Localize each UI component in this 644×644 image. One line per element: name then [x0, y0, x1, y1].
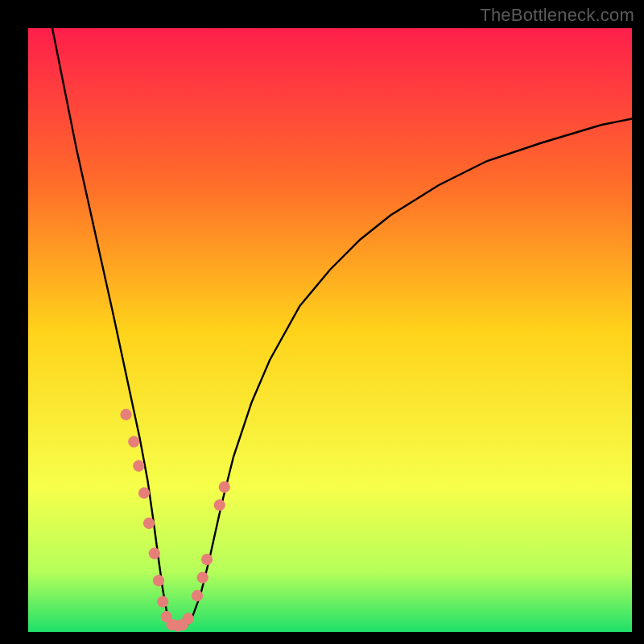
curve-marker	[138, 487, 150, 498]
curve-marker	[157, 596, 168, 607]
curve-marker	[133, 460, 144, 472]
curve-marker	[183, 613, 194, 624]
watermark-text: TheBottleneck.com	[480, 5, 634, 26]
curve-marker	[153, 575, 164, 586]
curve-marker	[128, 436, 139, 448]
curve-marker	[219, 481, 230, 493]
curve-marker-group	[120, 409, 230, 632]
curve-marker	[192, 590, 203, 601]
curve-marker	[197, 572, 208, 583]
chart-svg	[28, 28, 632, 632]
curve-marker	[201, 554, 213, 565]
outer-frame: TheBottleneck.com	[0, 0, 644, 644]
curve-marker	[214, 499, 225, 510]
curve-marker	[149, 547, 160, 559]
curve-marker	[143, 518, 155, 529]
curve-marker	[120, 409, 131, 420]
bottleneck-curve	[52, 28, 632, 630]
